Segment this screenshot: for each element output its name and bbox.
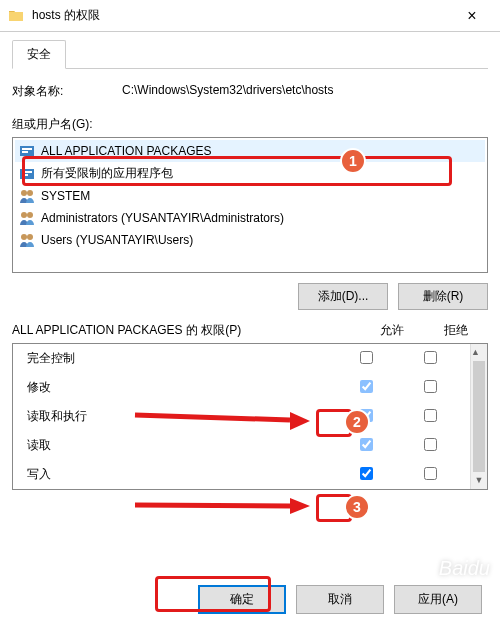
- ok-button[interactable]: 确定: [198, 585, 286, 614]
- svg-point-9: [27, 212, 33, 218]
- svg-point-10: [21, 234, 27, 240]
- watermark: Baidu: [439, 557, 490, 580]
- list-item[interactable]: 所有受限制的应用程序包: [15, 162, 485, 185]
- groups-label: 组或用户名(G):: [12, 116, 488, 133]
- window-title: hosts 的权限: [32, 7, 452, 24]
- list-item-label: SYSTEM: [41, 189, 90, 203]
- permission-label: 读取: [21, 437, 334, 454]
- permissions-header: ALL APPLICATION PACKAGES 的 权限(P) 允许 拒绝: [12, 322, 488, 339]
- deny-checkbox[interactable]: [424, 467, 437, 480]
- scroll-up-icon[interactable]: ▲: [471, 344, 480, 361]
- permission-label: 完全控制: [21, 350, 334, 367]
- folder-icon: [8, 8, 24, 24]
- svg-rect-4: [22, 171, 32, 173]
- svg-rect-2: [22, 151, 28, 153]
- groups-listbox[interactable]: ALL APPLICATION PACKAGES 所有受限制的应用程序包 SYS…: [12, 137, 488, 273]
- list-item[interactable]: ALL APPLICATION PACKAGES: [15, 140, 485, 162]
- svg-line-14: [135, 505, 290, 506]
- remove-button[interactable]: 删除(R): [398, 283, 488, 310]
- svg-point-6: [21, 190, 27, 196]
- package-icon: [19, 166, 35, 182]
- allow-checkbox[interactable]: [360, 380, 373, 393]
- svg-rect-1: [22, 148, 32, 150]
- permission-label: 读取和执行: [21, 408, 334, 425]
- apply-button[interactable]: 应用(A): [394, 585, 482, 614]
- cancel-button[interactable]: 取消: [296, 585, 384, 614]
- deny-checkbox[interactable]: [424, 351, 437, 364]
- allow-checkbox[interactable]: [360, 467, 373, 480]
- list-item-label: Administrators (YUSANTAYIR\Administrator…: [41, 211, 284, 225]
- object-name-label: 对象名称:: [12, 83, 122, 100]
- users-icon: [19, 232, 35, 248]
- permission-row: 修改: [13, 373, 470, 402]
- list-item-label: 所有受限制的应用程序包: [41, 165, 173, 182]
- allow-checkbox[interactable]: [360, 438, 373, 451]
- deny-checkbox[interactable]: [424, 409, 437, 422]
- titlebar: hosts 的权限 ×: [0, 0, 500, 32]
- permission-row: 读取和执行: [13, 402, 470, 431]
- scrollbar[interactable]: ▲ ▼: [470, 344, 487, 489]
- permission-row: 完全控制: [13, 344, 470, 373]
- svg-point-11: [27, 234, 33, 240]
- object-name-value: C:\Windows\System32\drivers\etc\hosts: [122, 83, 488, 100]
- tab-bar: 安全: [12, 40, 488, 69]
- column-deny: 拒绝: [424, 322, 488, 339]
- dialog-footer: 确定 取消 应用(A): [0, 585, 500, 614]
- deny-checkbox[interactable]: [424, 438, 437, 451]
- svg-point-8: [21, 212, 27, 218]
- column-allow: 允许: [360, 322, 424, 339]
- list-item-label: Users (YUSANTAYIR\Users): [41, 233, 193, 247]
- list-item[interactable]: SYSTEM: [15, 185, 485, 207]
- permissions-listbox: 完全控制 修改 读取和执行 读取 写入 ▲ ▼: [12, 343, 488, 490]
- add-button[interactable]: 添加(D)...: [298, 283, 388, 310]
- package-icon: [19, 143, 35, 159]
- svg-point-7: [27, 190, 33, 196]
- close-icon[interactable]: ×: [452, 7, 492, 25]
- object-name-row: 对象名称: C:\Windows\System32\drivers\etc\ho…: [12, 83, 488, 100]
- allow-checkbox[interactable]: [360, 409, 373, 422]
- deny-checkbox[interactable]: [424, 380, 437, 393]
- permission-label: 修改: [21, 379, 334, 396]
- scroll-thumb[interactable]: [473, 361, 485, 472]
- list-item-label: ALL APPLICATION PACKAGES: [41, 144, 212, 158]
- allow-checkbox[interactable]: [360, 351, 373, 364]
- permissions-title: ALL APPLICATION PACKAGES 的 权限(P): [12, 322, 360, 339]
- list-item[interactable]: Users (YUSANTAYIR\Users): [15, 229, 485, 251]
- svg-rect-5: [22, 174, 28, 176]
- tab-security[interactable]: 安全: [12, 40, 66, 69]
- users-icon: [19, 188, 35, 204]
- permission-row: 读取: [13, 431, 470, 460]
- scroll-down-icon[interactable]: ▼: [471, 472, 487, 489]
- list-item[interactable]: Administrators (YUSANTAYIR\Administrator…: [15, 207, 485, 229]
- users-icon: [19, 210, 35, 226]
- permission-row: 写入: [13, 460, 470, 489]
- permission-label: 写入: [21, 466, 334, 483]
